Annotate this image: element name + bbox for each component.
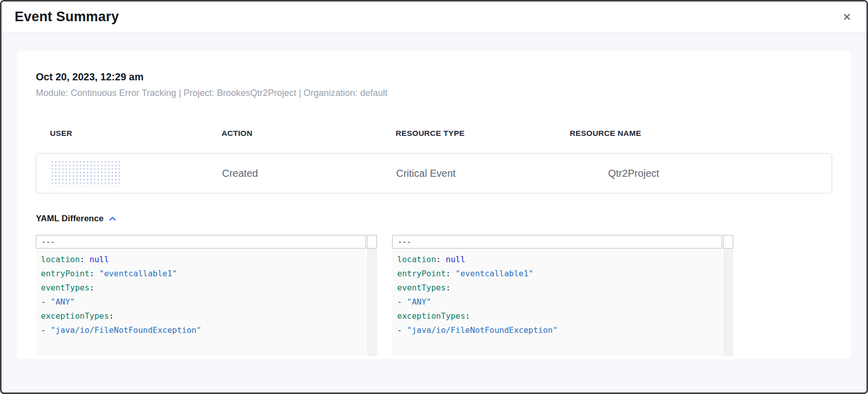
yaml-difference-label: YAML Difference [36,214,103,224]
yaml-panel-right: --- location: nullentryPoint: "eventcall… [392,235,733,356]
cell-action: Created [222,168,396,179]
yaml-code: location: nullentryPoint: "eventcallable… [36,249,366,356]
modal-body: Oct 20, 2023, 12:29 am Module: Continuou… [2,33,866,392]
yaml-diff-panels: --- location: nullentryPoint: "eventcall… [36,235,733,356]
modal-title: Event Summary [15,9,119,25]
event-card: Oct 20, 2023, 12:29 am Module: Continuou… [17,51,851,359]
yaml-doc-start-right: --- [392,235,722,249]
scrollbar-left[interactable] [367,235,377,356]
yaml-doc-start-left: --- [36,235,366,249]
scrollbar-track-right[interactable] [723,249,733,356]
yaml-panel-left: --- location: nullentryPoint: "eventcall… [36,235,377,356]
column-header-action: ACTION [222,129,396,138]
column-header-resource-type: RESOURCE TYPE [396,129,570,138]
event-timestamp: Oct 20, 2023, 12:29 am [36,71,832,83]
yaml-panel-right-editor: --- location: nullentryPoint: "eventcall… [392,235,722,356]
column-header-user: USER [50,129,222,138]
cell-resource-type: Critical Event [396,168,570,179]
scrollbar-corner-left [367,235,377,249]
scrollbar-corner-right [723,235,733,249]
yaml-panel-left-editor: --- location: nullentryPoint: "eventcall… [36,235,366,356]
chevron-up-icon [108,215,117,223]
modal-header: Event Summary ✕ [2,2,866,33]
cell-user [50,160,222,186]
column-header-resource-name: RESOURCE NAME [570,129,832,138]
event-summary-modal: Event Summary ✕ Oct 20, 2023, 12:29 am M… [0,0,868,394]
yaml-code: location: nullentryPoint: "eventcallable… [392,249,722,356]
event-meta: Module: Continuous Error Tracking | Proj… [36,88,832,98]
redacted-user-pattern [50,160,121,186]
close-button[interactable]: ✕ [840,10,853,24]
scrollbar-track-left[interactable] [367,249,377,356]
table-header-row: USER ACTION RESOURCE TYPE RESOURCE NAME [36,129,832,138]
cell-resource-name: Qtr2Project [570,168,832,179]
yaml-difference-toggle[interactable]: YAML Difference [36,214,117,224]
table-row: Created Critical Event Qtr2Project [36,153,832,193]
scrollbar-right[interactable] [723,235,733,356]
